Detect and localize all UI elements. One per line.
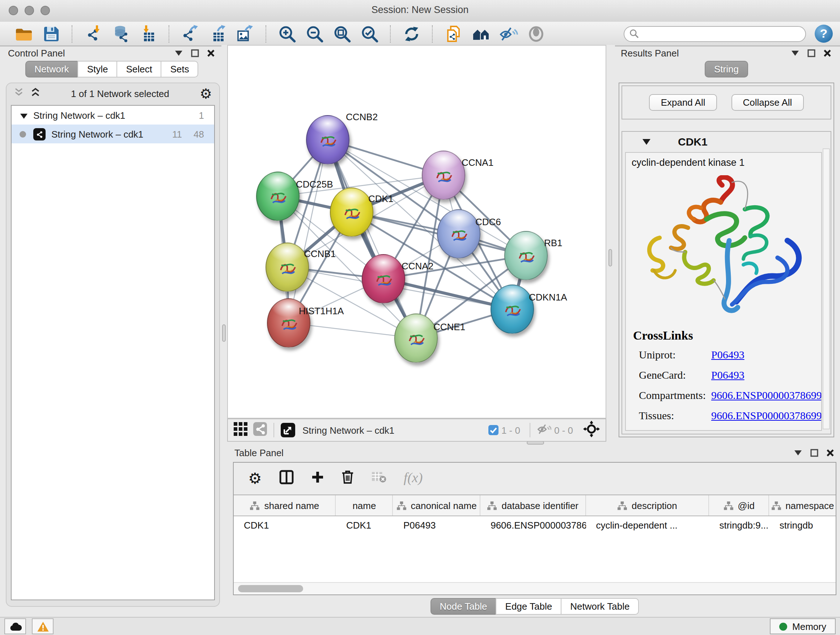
float-panel-icon[interactable] — [189, 48, 200, 58]
selected-checkbox[interactable] — [488, 425, 499, 435]
network-node-CDK1[interactable] — [330, 187, 373, 237]
save-session-button[interactable] — [41, 24, 62, 44]
table-settings-gear-icon[interactable]: ⚙ — [248, 470, 262, 486]
column-header[interactable]: name — [336, 495, 393, 516]
help-button[interactable]: ? — [815, 25, 833, 43]
network-collection-row[interactable]: String Network – cdk1 1 — [11, 106, 214, 125]
clone-network-button[interactable] — [443, 24, 464, 44]
import-network-from-database-button[interactable] — [110, 24, 132, 44]
network-canvas[interactable]: CCNB2CCNA1CDC25BCDK1CDC6RB1CCNB1CCNA2CDK… — [227, 45, 606, 418]
genecard-link[interactable]: P06493 — [711, 369, 822, 382]
show-hide-graphics-details-button[interactable] — [498, 24, 519, 44]
node-label-CCNB1: CCNB1 — [304, 249, 336, 259]
node-table: shared name name canonical name database… — [234, 494, 836, 583]
export-image-button[interactable] — [234, 24, 256, 44]
tissues-link[interactable]: 9606.ENSP00000378699 — [711, 410, 822, 422]
table-row[interactable]: CDK1 CDK1 P06493 9606.ENSP00000378699 cy… — [234, 516, 836, 535]
collapse-all-icon[interactable] — [14, 88, 24, 99]
fit-selected-crosshair-icon[interactable] — [583, 421, 600, 440]
collection-expand-icon[interactable] — [20, 110, 27, 120]
panel-menu-icon[interactable] — [793, 448, 803, 458]
cloud-button[interactable] — [4, 618, 26, 634]
left-splitter-handle[interactable] — [222, 325, 226, 342]
tab-select[interactable]: Select — [117, 61, 161, 78]
gear-icon[interactable]: ⚙ — [200, 87, 212, 100]
node-label-CDC25B: CDC25B — [296, 179, 333, 190]
delete-column-icon[interactable] — [341, 470, 354, 486]
import-table-from-file-button[interactable] — [137, 24, 159, 44]
tab-node-table[interactable]: Node Table — [430, 598, 496, 615]
show-columns-icon[interactable] — [279, 470, 294, 486]
zoom-fit-content-button[interactable] — [332, 24, 353, 44]
tab-edge-table[interactable]: Edge Table — [496, 598, 562, 615]
close-panel-icon[interactable] — [825, 448, 835, 458]
column-header[interactable]: canonical name — [393, 495, 480, 516]
close-panel-icon[interactable] — [205, 48, 216, 58]
network-node-CDC6[interactable] — [437, 209, 480, 258]
column-header[interactable]: shared name — [234, 495, 336, 516]
network-node-CCNA1[interactable] — [422, 150, 465, 200]
float-panel-icon[interactable] — [809, 448, 819, 458]
grid-view-icon[interactable] — [234, 422, 248, 438]
scrollbar-thumb[interactable] — [238, 585, 303, 592]
network-share-icon[interactable] — [253, 422, 267, 438]
refresh-network-button[interactable] — [401, 24, 423, 44]
right-splitter-handle[interactable] — [608, 249, 612, 266]
column-header[interactable]: namespace — [769, 495, 836, 516]
warning-button[interactable] — [32, 618, 54, 634]
pharos-link[interactable]: P06493 — [711, 430, 822, 431]
zoom-out-button[interactable] — [304, 24, 325, 44]
column-header[interactable]: @id — [709, 495, 769, 516]
memory-button[interactable]: Memory — [770, 618, 836, 634]
entry-collapse-icon[interactable] — [643, 136, 651, 147]
tab-style[interactable]: Style — [78, 61, 118, 78]
crosslink-label: Uniprot: — [639, 349, 711, 361]
compartments-link[interactable]: 9606.ENSP00000378699 — [711, 390, 822, 402]
column-header[interactable]: description — [586, 495, 709, 516]
export-table-button[interactable] — [207, 24, 229, 44]
collapse-all-button[interactable]: Collapse All — [731, 94, 804, 111]
hidden-eye-icon[interactable] — [537, 423, 551, 437]
network-node-CCNA2[interactable] — [362, 254, 405, 303]
table-horizontal-scrollbar[interactable] — [234, 582, 836, 594]
panel-menu-icon[interactable] — [174, 48, 184, 58]
cloud-icon — [9, 622, 21, 631]
tab-sets[interactable]: Sets — [161, 61, 199, 78]
results-scrollbar[interactable] — [823, 149, 830, 429]
export-network-button[interactable] — [180, 24, 201, 44]
zoom-in-button[interactable] — [276, 24, 298, 44]
network-node-CDC25B[interactable] — [256, 172, 300, 221]
uniprot-link[interactable]: P06493 — [711, 349, 822, 361]
tab-network-table[interactable]: Network Table — [561, 598, 639, 615]
network-node-CCNB1[interactable] — [265, 242, 309, 292]
right-splitter[interactable] — [606, 45, 615, 442]
cell-name[interactable]: CDK1 — [336, 516, 393, 535]
network-node-CCNE1[interactable] — [394, 314, 438, 363]
expand-all-button[interactable]: Expand All — [649, 94, 717, 111]
add-column-icon[interactable] — [311, 470, 324, 486]
cell-database-identifier[interactable]: 9606.ENSP00000378699 — [480, 516, 586, 535]
open-session-button[interactable] — [13, 24, 35, 44]
column-header[interactable]: database identifier — [480, 495, 586, 516]
network-row-selected[interactable]: String Network – cdk1 1148 — [11, 125, 214, 143]
panel-menu-icon[interactable] — [790, 48, 800, 58]
network-node-CCNB2[interactable] — [306, 115, 349, 165]
expand-all-icon[interactable] — [30, 88, 41, 99]
protein-entry-header[interactable]: CDK1 — [622, 132, 831, 150]
zoom-selected-button[interactable] — [359, 24, 381, 44]
cell-canonical-name[interactable]: P06493 — [393, 516, 480, 535]
tab-string[interactable]: String — [705, 61, 748, 78]
close-panel-icon[interactable] — [822, 48, 832, 58]
cell-shared-name[interactable]: CDK1 — [234, 516, 336, 535]
float-panel-icon[interactable] — [806, 48, 816, 58]
search-input[interactable] — [624, 26, 806, 42]
tab-network[interactable]: Network — [25, 61, 78, 78]
network-node-RB1[interactable] — [504, 231, 548, 280]
birds-eye-view-icon[interactable] — [281, 423, 295, 437]
import-network-from-file-button[interactable] — [82, 24, 104, 44]
network-node-CDKN1A[interactable] — [491, 285, 534, 334]
cell-description[interactable]: cyclin-dependent ... — [586, 516, 709, 535]
cell-namespace[interactable]: stringdb — [769, 516, 836, 535]
network-overview-button[interactable] — [470, 24, 492, 44]
cell-id[interactable]: stringdb:9... — [709, 516, 769, 535]
